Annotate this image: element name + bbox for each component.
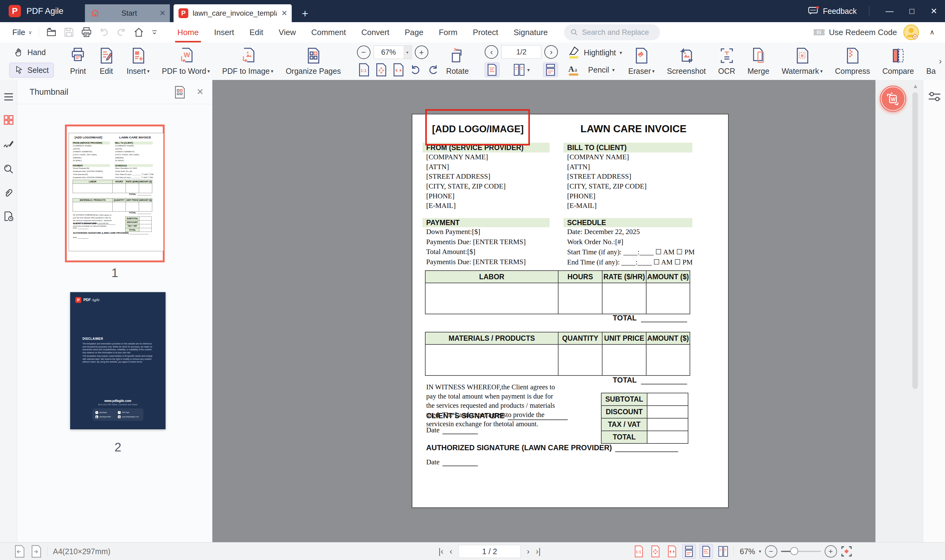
page-indicator-input[interactable] [505,48,537,57]
print-button[interactable]: Print [64,42,92,80]
document-viewport[interactable]: [ADD LOGO/IMAGE] LAWN CARE INVOICE FROM … [212,80,876,542]
menu-tab-home[interactable]: Home [170,22,206,42]
compress-button[interactable]: Compress [829,42,876,80]
scroll-view-button[interactable] [543,62,558,77]
next-page-button[interactable]: › [544,45,558,59]
rotate-right-icon[interactable] [426,63,440,77]
page-options-icon[interactable] [174,86,186,99]
invoice-page[interactable]: [ADD LOGO/IMAGE] LAWN CARE INVOICE FROM … [412,114,729,508]
two-page-view-button[interactable] [717,544,729,558]
zoom-level-control[interactable]: ▾ [373,46,412,59]
collapse-toolbar-icon[interactable]: ∧ [930,28,934,36]
next-page-button[interactable]: › [527,547,530,556]
feedback-button[interactable]: Feedback [808,6,857,16]
vertical-scrollbar[interactable] [913,92,918,389]
scroll-view-button[interactable] [682,544,696,559]
menu-tab-signature[interactable]: Signature [506,22,555,42]
select-tool-button[interactable]: Select [9,63,54,77]
new-tab-button[interactable]: ＋ [296,4,314,22]
two-page-view-button[interactable]: ▾ [510,63,532,77]
search-panel-icon[interactable] [3,164,14,175]
quick-convert-to-word-button[interactable]: W [880,86,906,112]
tab-document-close-icon[interactable]: ✕ [277,9,292,17]
properties-sliders-icon[interactable] [928,91,942,102]
single-page-view-button[interactable] [485,62,499,77]
open-file-icon[interactable] [46,27,57,38]
invoice-page[interactable]: [ADD LOGO/IMAGE] LAWN CARE INVOICE FROM … [69,133,164,251]
zoom-percentage[interactable]: 67% [740,547,755,556]
highlight-button[interactable]: Hightlight ▾ [568,46,622,59]
first-page-button[interactable]: |‹ [438,547,443,556]
fit-width-button[interactable] [666,544,678,558]
attachments-panel-icon[interactable] [3,188,14,198]
rotate-button[interactable]: Rotate [440,42,475,80]
pdf-to-word-button[interactable]: W PDF to Word▾ [156,42,216,80]
fit-page-icon[interactable] [374,63,388,77]
user-avatar[interactable] [903,24,919,40]
zoom-caret-icon[interactable]: ▾ [759,549,761,554]
previous-page-file-icon[interactable] [14,545,25,558]
zoom-slider-knob[interactable] [790,547,798,555]
next-page-file-icon[interactable] [31,545,42,558]
zoom-in-button[interactable]: + [825,545,837,557]
annotations-panel-icon[interactable] [3,139,14,150]
zoom-out-button[interactable]: − [765,545,777,557]
watermark-button[interactable]: Watermark▾ [775,42,829,80]
zoom-level-input[interactable] [374,46,404,59]
scroll-up-icon[interactable]: ▲ [912,83,919,89]
menu-tab-view[interactable]: View [271,22,304,42]
fullscreen-icon[interactable] [841,546,853,557]
close-panel-icon[interactable]: ✕ [197,87,204,97]
thumbnail-page-2[interactable]: P PDF Agile DISCLAIMER The templates and… [70,292,165,429]
search-and-replace[interactable] [564,24,660,40]
menu-tab-protect[interactable]: Protect [465,22,506,42]
thumbnail-page-1[interactable]: [ADD LOGO/IMAGE] LAWN CARE INVOICE FROM … [65,125,165,262]
history-panel-icon[interactable] [3,211,14,222]
tab-document[interactable]: P lawn_care_invoice_templat... ✕ [174,4,292,22]
actual-size-button[interactable]: 1:1 [632,544,645,558]
edit-button[interactable]: Edit [92,42,120,80]
red-rectangle-annotation[interactable] [425,109,530,145]
zoom-in-button[interactable]: + [415,46,429,59]
page-indicator[interactable] [458,545,521,558]
file-menu-button[interactable]: File ∨ [12,28,32,37]
menu-tab-edit[interactable]: Edit [242,22,271,42]
menu-tab-form[interactable]: Form [431,22,465,42]
page-indicator-input[interactable] [464,547,515,556]
menu-tab-comment[interactable]: Comment [304,22,353,42]
page-indicator[interactable] [501,45,541,59]
zoom-dropdown-icon[interactable]: ▾ [404,46,412,59]
organize-pages-button[interactable]: Organize Pages [279,42,347,80]
previous-page-button[interactable]: ‹ [450,547,452,556]
fit-width-icon[interactable] [392,63,405,77]
single-page-view-button[interactable] [700,544,713,559]
menu-icon[interactable] [3,92,14,102]
search-input[interactable] [581,28,653,37]
maximize-button[interactable]: □ [901,0,923,22]
save-icon[interactable] [64,27,74,37]
toolbar-overflow-button[interactable]: › [936,43,945,80]
compare-button[interactable]: Compare [876,42,920,80]
fit-page-button[interactable] [649,544,662,558]
last-page-button[interactable]: ›| [536,547,541,556]
pencil-button[interactable]: Pencil ▾ [588,66,615,74]
menu-tab-page[interactable]: Page [397,22,431,42]
print-icon[interactable] [81,27,92,38]
menu-tab-convert[interactable]: Convert [353,22,397,42]
redeem-code-button[interactable]: Use Redeem Code [813,28,897,37]
customize-toolbar-icon[interactable] [151,29,158,36]
previous-page-button[interactable]: ‹ [485,45,498,59]
merge-button[interactable]: Merge [741,42,775,80]
hand-tool-button[interactable]: Hand [9,45,54,60]
screenshot-button[interactable]: Screenshot [661,42,712,80]
insert-button[interactable]: Insert▾ [120,42,156,80]
minimize-button[interactable]: — [879,0,901,22]
rotate-left-icon[interactable] [409,63,423,77]
eraser-button[interactable]: Eraser▾ [622,42,661,80]
actual-size-icon[interactable]: 1:1 [357,63,371,77]
font-style-icon[interactable]: Aa [568,63,580,77]
tab-start[interactable]: Start ✕ [85,4,170,22]
menu-tab-insert[interactable]: Insert [207,22,242,42]
zoom-slider[interactable] [781,551,821,552]
ocr-button[interactable]: OCR [712,42,742,80]
